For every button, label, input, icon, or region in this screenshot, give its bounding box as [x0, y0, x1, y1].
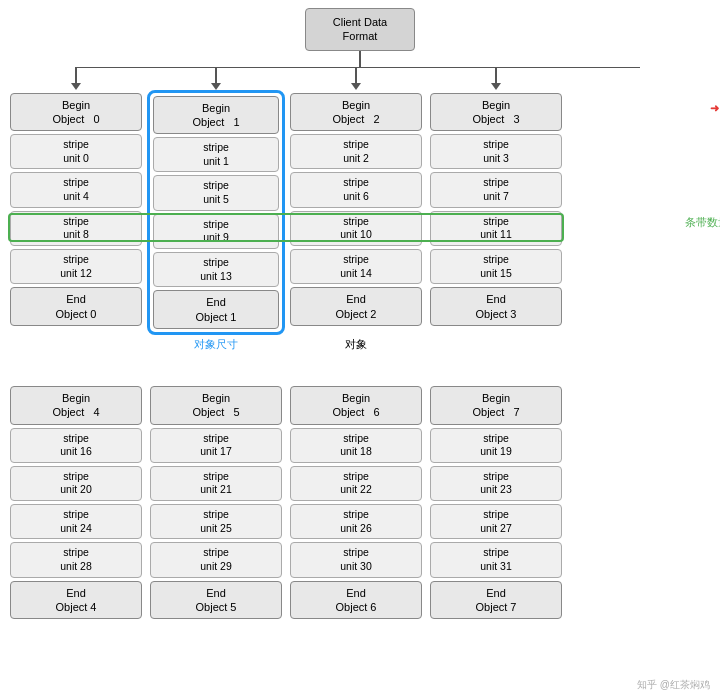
stripe-0-3: stripeunit 12	[10, 249, 142, 284]
object-col-0: BeginObject 0 stripeunit 0 stripeunit 4 …	[10, 93, 142, 332]
stripe-5-0: stripeunit 17	[150, 428, 282, 463]
drop1-arrow	[211, 83, 221, 90]
drop0	[10, 67, 142, 90]
end-object-2: EndObject 2	[290, 287, 422, 326]
end-object-5: EndObject 5	[150, 581, 282, 620]
drop0-arrow	[71, 83, 81, 90]
stripe-4-1: stripeunit 20	[10, 466, 142, 501]
stripe-6-3: stripeunit 30	[290, 542, 422, 577]
spacer3	[430, 337, 562, 352]
object-col-3: BeginObject 3 stripeunit 3 stripeunit 7 …	[430, 93, 562, 332]
stripe-3-2: stripeunit 11	[430, 211, 562, 246]
section1: BeginObject 0 stripeunit 0 stripeunit 4 …	[10, 67, 710, 352]
drop1	[150, 67, 282, 90]
drop0-line	[75, 67, 77, 83]
drop3-line	[495, 67, 497, 83]
begin-object-3: BeginObject 3	[430, 93, 562, 132]
end-object-4: EndObject 4	[10, 581, 142, 620]
begin-object-5: BeginObject 5	[150, 386, 282, 425]
stripe-1-1: stripeunit 5	[153, 175, 279, 210]
section2: BeginObject 4 stripeunit 16 stripeunit 2…	[10, 386, 710, 619]
stripe-1-2: stripeunit 9	[153, 214, 279, 249]
object-label-text: 对象	[345, 338, 367, 350]
object-label: 对象	[290, 337, 422, 352]
section-divider	[10, 372, 710, 386]
stripe-6-1: stripeunit 22	[290, 466, 422, 501]
stripe-2-3: stripeunit 14	[290, 249, 422, 284]
end-object-6: EndObject 6	[290, 581, 422, 620]
top-v-line	[359, 51, 361, 67]
stripe-5-1: stripeunit 21	[150, 466, 282, 501]
stripe-7-3: stripeunit 31	[430, 542, 562, 577]
bottom-labels-row: 对象尺寸 对象	[10, 337, 710, 352]
object-col-2: BeginObject 2 stripeunit 2 stripeunit 6 …	[290, 93, 422, 332]
watermark: 知乎 @红茶焖鸡	[637, 678, 710, 692]
cols-area: BeginObject 0 stripeunit 0 stripeunit 4 …	[10, 93, 710, 332]
drop2-line	[355, 67, 357, 83]
stripe-6-2: stripeunit 26	[290, 504, 422, 539]
stripe-5-3: stripeunit 29	[150, 542, 282, 577]
stripe-2-1: stripeunit 6	[290, 172, 422, 207]
drop1-line	[215, 67, 217, 83]
stripe-2-2: stripeunit 10	[290, 211, 422, 246]
cols-flex: BeginObject 0 stripeunit 0 stripeunit 4 …	[10, 93, 710, 332]
stripe-unit-label-group: ➜ 条带单元	[710, 101, 720, 116]
end-object-0: EndObject 0	[10, 287, 142, 326]
drop3	[430, 67, 562, 90]
stripe-4-2: stripeunit 24	[10, 504, 142, 539]
stripe-0-0: stripeunit 0	[10, 134, 142, 169]
object-col-5: BeginObject 5 stripeunit 17 stripeunit 2…	[150, 386, 282, 619]
object-col-4: BeginObject 4 stripeunit 16 stripeunit 2…	[10, 386, 142, 619]
drop2-arrow	[351, 83, 361, 90]
stripe-7-1: stripeunit 23	[430, 466, 562, 501]
object-size-label: 对象尺寸	[150, 337, 282, 352]
stripe-7-2: stripeunit 27	[430, 504, 562, 539]
top-node-box: Client Data Format	[305, 8, 415, 51]
stripe-1-0: stripeunit 1	[153, 137, 279, 172]
stripe-unit-arrow: ➜	[710, 102, 719, 115]
begin-object-4: BeginObject 4	[10, 386, 142, 425]
begin-object-7: BeginObject 7	[430, 386, 562, 425]
branch-area	[10, 67, 710, 91]
end-object-3: EndObject 3	[430, 287, 562, 326]
stripe-4-0: stripeunit 16	[10, 428, 142, 463]
begin-object-2: BeginObject 2	[290, 93, 422, 132]
begin-object-6: BeginObject 6	[290, 386, 422, 425]
stripe-2-0: stripeunit 2	[290, 134, 422, 169]
diagram-container: Client Data Format	[10, 8, 710, 619]
stripe-0-2: stripeunit 8	[10, 211, 142, 246]
spacer0	[10, 337, 142, 352]
object-col-1: BeginObject 1 stripeunit 1 stripeunit 5 …	[150, 93, 282, 332]
stripe-7-0: stripeunit 19	[430, 428, 562, 463]
stripe-3-1: stripeunit 7	[430, 172, 562, 207]
end-object-7: EndObject 7	[430, 581, 562, 620]
strip-count-label: 条带数量	[685, 215, 720, 230]
stripe-0-1: stripeunit 4	[10, 172, 142, 207]
drops-row	[10, 67, 620, 90]
end-object-1: EndObject 1	[153, 290, 279, 329]
object-col-7: BeginObject 7 stripeunit 19 stripeunit 2…	[430, 386, 562, 619]
top-node-area: Client Data Format	[10, 8, 710, 51]
object-col-6: BeginObject 6 stripeunit 18 stripeunit 2…	[290, 386, 422, 619]
drop2	[290, 67, 422, 90]
object-size-text: 对象尺寸	[194, 338, 238, 350]
drop3-arrow	[491, 83, 501, 90]
stripe-5-2: stripeunit 25	[150, 504, 282, 539]
stripe-4-3: stripeunit 28	[10, 542, 142, 577]
s2-cols-flex: BeginObject 4 stripeunit 16 stripeunit 2…	[10, 386, 710, 619]
stripe-1-3: stripeunit 13	[153, 252, 279, 287]
stripe-3-3: stripeunit 15	[430, 249, 562, 284]
stripe-6-0: stripeunit 18	[290, 428, 422, 463]
begin-object-0: BeginObject 0	[10, 93, 142, 132]
stripe-3-0: stripeunit 3	[430, 134, 562, 169]
begin-object-1: BeginObject 1	[153, 96, 279, 135]
top-connector	[10, 51, 710, 67]
